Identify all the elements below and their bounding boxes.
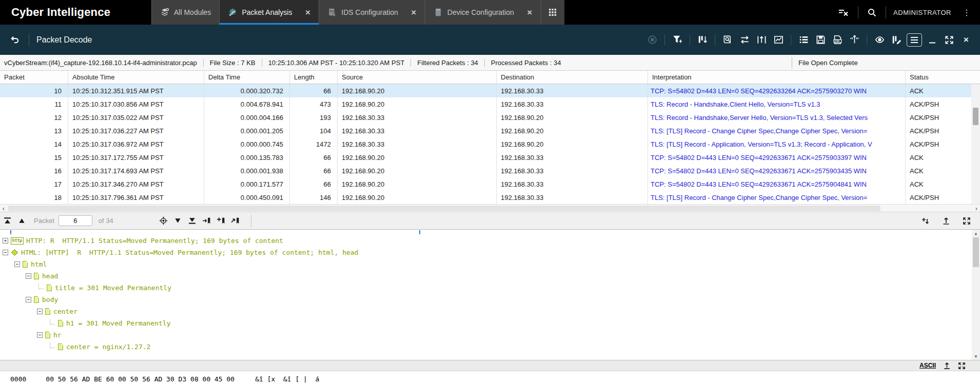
tree-vertical-scrollbar[interactable]: ▲ ▼ (972, 230, 980, 360)
export-icon[interactable] (939, 214, 953, 228)
table-row[interactable]: 10 10:25:10.312.351.915 AM PST 0.000.320… (0, 84, 980, 97)
stop-icon[interactable] (645, 34, 659, 46)
save-icon[interactable] (814, 34, 827, 46)
user-name[interactable]: ADMINISTRATOR (886, 9, 958, 16)
export-csv-icon[interactable]: CSV (831, 34, 844, 46)
back-icon[interactable] (8, 34, 22, 46)
tab-close-icon[interactable]: ✕ (411, 9, 417, 16)
tree-line-center[interactable]: − center (0, 306, 980, 317)
previous-packet-icon[interactable] (14, 214, 29, 228)
graph-icon[interactable] (772, 34, 785, 46)
ascii-toggle[interactable]: ASCII (919, 362, 936, 369)
packet-number-input[interactable] (58, 215, 92, 226)
next-trigger-icon[interactable] (228, 214, 243, 228)
collapse-icon[interactable]: − (26, 273, 31, 279)
col-header-length[interactable]: Length (290, 71, 338, 84)
scrollbar-thumb[interactable] (973, 237, 979, 267)
tab-packet-analysis[interactable]: Packet Analysis ✕ (219, 0, 319, 25)
value-adjust-icon[interactable] (755, 34, 768, 46)
edit-columns-icon[interactable] (890, 34, 903, 46)
col-header-delta-time[interactable]: Delta Time (204, 71, 290, 84)
swap-horizontal-icon[interactable] (738, 34, 751, 46)
tab-close-icon[interactable]: ✕ (527, 9, 533, 16)
tree-line-h1[interactable]: h1 = 301 Moved Permanently (0, 317, 980, 329)
hex-dump-pane[interactable]: 0000 00 50 56 AD BE 60 00 50 56 AD 30 D3… (0, 371, 980, 385)
close-icon[interactable]: × (959, 34, 973, 46)
tab-ids-configuration[interactable]: IDS IDS Configuration ✕ (319, 0, 424, 25)
search-button[interactable] (858, 6, 886, 19)
last-packet-icon[interactable] (185, 214, 200, 228)
collapse-icon[interactable]: − (14, 261, 20, 267)
signal-icon[interactable] (848, 34, 861, 46)
col-header-packet[interactable]: Packet (0, 71, 68, 84)
export-icon[interactable] (943, 362, 951, 370)
expand-pane-icon[interactable] (958, 362, 966, 370)
table-row[interactable]: 15 10:25:10.317.172.755 AM PST 0.000.135… (0, 151, 980, 164)
node-icon (45, 332, 50, 338)
table-row[interactable]: 12 10:25:10.317.035.022 AM PST 0.000.004… (0, 111, 980, 124)
table-row[interactable]: 16 10:25:10.317.174.693 AM PST 0.000.001… (0, 164, 980, 177)
collapse-icon[interactable]: − (37, 309, 43, 314)
decode-search-icon[interactable] (721, 34, 734, 46)
collapse-icon[interactable]: − (3, 250, 8, 255)
col-header-destination[interactable]: Destination (497, 71, 648, 84)
table-row[interactable]: 17 10:25:10.317.346.270 AM PST 0.000.171… (0, 177, 980, 191)
tree-line-html-summary[interactable]: − HTML: [HTTP] R HTTP/1.1 Status=Moved P… (0, 247, 980, 258)
cell-source: 192.168.90.20 (338, 177, 497, 191)
list-view-icon[interactable] (797, 34, 810, 46)
scroll-up-icon[interactable]: ▲ (972, 230, 980, 237)
module-grid-button[interactable] (541, 0, 564, 25)
col-header-source[interactable]: Source (338, 71, 497, 84)
cell-packet: 16 (0, 164, 68, 177)
tab-all-modules[interactable]: All Modules (151, 0, 219, 25)
menu-icon[interactable] (907, 33, 922, 47)
table-row[interactable]: 13 10:25:10.317.036.227 AM PST 0.000.001… (0, 124, 980, 137)
maximize-icon[interactable] (943, 34, 956, 46)
tree-line-center-nginx[interactable]: center = nginx/1.27.2 (0, 341, 980, 353)
col-header-interpretation[interactable]: Interpretation (648, 71, 906, 84)
table-horizontal-scrollbar[interactable]: ‹ › (0, 204, 980, 212)
table-row[interactable]: 18 10:25:10.317.796.361 AM PST 0.000.450… (0, 191, 980, 204)
expand-icon[interactable]: + (3, 238, 8, 244)
minimize-icon[interactable] (926, 34, 939, 46)
cell-status: ACK/PSH (906, 111, 970, 124)
tree-line-body[interactable]: − body (0, 294, 980, 306)
tree-line-html[interactable]: − html (0, 258, 980, 270)
kebab-menu-icon[interactable]: ⋮ (958, 8, 975, 17)
cell-length: 66 (290, 84, 338, 97)
cell-delta-time: 0.000.320.732 (204, 84, 290, 97)
next-packet-icon[interactable] (171, 214, 185, 228)
tab-device-configuration[interactable]: Device Configuration ✕ (425, 0, 541, 25)
table-row[interactable]: 14 10:25:10.317.036.972 AM PST 0.000.000… (0, 137, 980, 151)
cell-interpretation: TLS: Record - Handshake,Client Hello, Ve… (648, 97, 906, 111)
scrollbar-thumb[interactable] (8, 206, 880, 211)
tab-close-icon[interactable]: ✕ (305, 9, 310, 16)
collapse-icon[interactable]: − (37, 332, 43, 338)
expand-pane-icon[interactable] (959, 214, 974, 228)
scroll-left-icon[interactable]: ‹ (0, 205, 7, 212)
table-vertical-scrollbar[interactable] (971, 84, 980, 204)
tree-line-title[interactable]: title = 301 Moved Permanently (0, 282, 980, 294)
insert-into-name-table-icon[interactable] (918, 214, 933, 228)
cell-status: ACK (906, 164, 970, 177)
tree-line-hr[interactable]: − hr (0, 329, 980, 341)
table-row[interactable]: 11 10:25:10.317.030.856 AM PST 0.004.678… (0, 97, 980, 111)
col-header-status[interactable]: Status (906, 71, 970, 84)
set-trigger-icon[interactable] (214, 214, 228, 228)
col-header-absolute-time[interactable]: Absolute Time (68, 71, 204, 84)
tree-line-http[interactable]: + http HTTP: R HTTP/1.1 Status=Moved Per… (0, 235, 980, 247)
tree-line-text: HTML: [HTTP] R HTTP/1.1 Status=Moved Per… (21, 249, 358, 256)
collapse-icon[interactable]: − (26, 297, 31, 302)
column-sort-icon[interactable] (696, 34, 709, 46)
first-packet-icon[interactable] (0, 214, 14, 228)
cell-status: ACK (906, 177, 970, 191)
scroll-right-icon[interactable]: › (973, 205, 980, 212)
filter-add-icon[interactable] (671, 34, 684, 46)
tree-line-head[interactable]: − head (0, 270, 980, 282)
scrollbar-thumb[interactable] (973, 108, 978, 125)
goto-trigger-icon[interactable] (200, 214, 214, 228)
filter-list-button[interactable] (829, 6, 858, 19)
scroll-down-icon[interactable]: ▼ (972, 353, 980, 360)
goto-packet-icon[interactable] (156, 214, 171, 228)
visibility-icon[interactable] (873, 34, 886, 46)
